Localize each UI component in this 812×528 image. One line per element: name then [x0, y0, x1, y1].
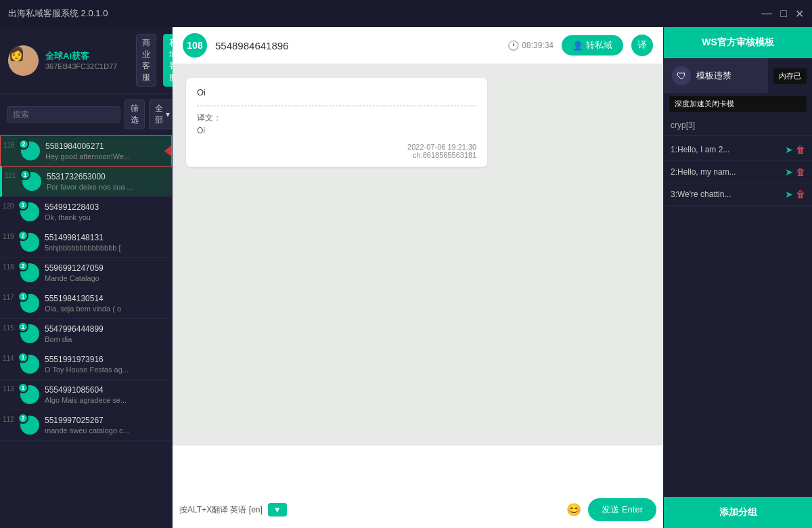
- chat-num-badge: 108: [183, 33, 207, 58]
- contact-item[interactable]: 120 1 554991228403 Ok, thank you: [0, 197, 172, 227]
- contact-info: 5514998148131 5nhjbbbbbbbbbbbbbb [: [45, 233, 165, 252]
- shield-icon: 🛡: [672, 66, 691, 85]
- contact-item[interactable]: 114 1 5551991973916 O Toy House Festas a…: [0, 349, 172, 380]
- contact-item[interactable]: 119 2 5514998148131 5nhjbbbbbbbbbbbbbb [: [0, 227, 172, 258]
- chat-area: 108 5548984641896 🕐 08:39:34 👤 转私域 译 Oi …: [173, 27, 663, 528]
- contact-item[interactable]: 112 2 5519997025267 mande sweu catalogo …: [0, 410, 172, 441]
- template-send-button[interactable]: ➤: [785, 144, 793, 155]
- unread-badge: 1: [18, 352, 28, 363]
- unread-badge: 1: [18, 291, 28, 302]
- template-violation-label: 模板违禁: [696, 70, 731, 82]
- chat-time: 🕐 08:39:34: [508, 40, 554, 51]
- avatar: 👩: [8, 45, 39, 76]
- template-send-button[interactable]: ➤: [785, 167, 793, 177]
- all-dropdown[interactable]: 全部 ▾: [149, 100, 176, 129]
- contact-badge: 1: [20, 202, 39, 221]
- message-meta: 2022-07-06 19:21:30 ch:8618565563181: [197, 143, 476, 159]
- maximize-button[interactable]: □: [780, 7, 787, 20]
- contact-phone: 554991228403: [45, 202, 165, 212]
- template-delete-button[interactable]: 🗑: [796, 167, 805, 177]
- profile-id: 367EB43FC32C1D77: [45, 62, 117, 70]
- window-controls: — □ ✕: [761, 7, 804, 20]
- left-sidebar: 👩 全球Ai获客 367EB43FC32C1D77 商业客服 私域客服 筛选 全…: [0, 27, 173, 528]
- seq-label: 120: [3, 202, 14, 210]
- template-text: 2:Hello, my nam...: [671, 167, 780, 177]
- template-actions: ➤ 🗑: [785, 144, 805, 155]
- contact-preview: Hey good afternoon!We...: [45, 152, 164, 160]
- translate-button[interactable]: 译: [631, 35, 653, 56]
- contact-item[interactable]: 115 1 5547996444899 Bom dia: [0, 319, 172, 349]
- unread-badge: 1: [18, 322, 28, 332]
- chat-phone: 5548984641896: [215, 40, 499, 51]
- clock-icon: 🕐: [508, 40, 519, 51]
- template-delete-button[interactable]: 🗑: [796, 144, 805, 155]
- translation-label: 译文：: [197, 113, 221, 123]
- contact-badge: 1: [20, 294, 39, 313]
- chat-input[interactable]: [179, 452, 656, 493]
- message-translation: 译文： Oi: [197, 112, 476, 137]
- template-delete-button[interactable]: 🗑: [796, 189, 805, 200]
- cryp-section: cryp[3]: [664, 114, 812, 136]
- contact-item[interactable]: 118 2 5596991247059 Mande Catalago: [0, 258, 172, 288]
- unread-badge: 2: [18, 261, 28, 271]
- contact-item[interactable]: 116 2 5581984006271 Hey good afternoon!W…: [0, 135, 172, 167]
- input-actions: 😊 发送 Enter: [566, 498, 656, 521]
- contact-phone: 5554991085604: [45, 385, 165, 395]
- unread-badge: 1: [20, 169, 30, 180]
- template-actions: ➤ 🗑: [785, 167, 805, 177]
- contact-info: 5596991247059 Mande Catalago: [45, 263, 165, 282]
- emoji-button[interactable]: 😊: [566, 502, 581, 517]
- contact-item[interactable]: 113 1 5554991085604 Algo Mais agradece s…: [0, 380, 172, 410]
- template-send-button[interactable]: ➤: [785, 189, 793, 200]
- add-group-button[interactable]: 添加分组: [664, 497, 812, 528]
- template-actions: ➤ 🗑: [785, 189, 805, 200]
- contact-phone: 5514998148131: [45, 233, 165, 242]
- unread-badge: 1: [18, 382, 28, 393]
- contact-badge: 2: [21, 141, 40, 160]
- transfer-label: 转私域: [586, 39, 612, 51]
- contact-badge: 2: [20, 416, 39, 435]
- seq-label: 117: [3, 294, 14, 301]
- tooltip: 深度加速关闭卡模: [669, 96, 807, 112]
- ws-template-button[interactable]: WS官方审核模板: [664, 27, 812, 58]
- translate-arrow-button[interactable]: ▼: [268, 503, 287, 516]
- contact-phone: 5551991973916: [45, 355, 165, 364]
- contact-badge: 2: [20, 233, 39, 252]
- unread-badge: 1: [18, 200, 28, 211]
- filter-button[interactable]: 筛选: [125, 100, 145, 129]
- contact-preview: O Toy House Festas ag...: [45, 366, 165, 374]
- unread-badge: 2: [18, 413, 28, 424]
- template-violation-button[interactable]: 🛡 模板违禁: [664, 58, 768, 93]
- contact-info: 5551991973916 O Toy House Festas ag...: [45, 355, 165, 374]
- all-label: 全部: [155, 103, 163, 126]
- contact-preview: Oia, seja bem vinda ( o: [45, 305, 165, 313]
- chat-messages: Oi 译文： Oi 2022-07-06 19:21:30 ch:8618565…: [173, 64, 663, 445]
- contact-preview: Ok, thank you: [45, 213, 165, 221]
- stored-label: 内存已: [773, 68, 807, 84]
- commercial-service-button[interactable]: 商业客服: [136, 34, 156, 87]
- seq-label: 116: [3, 141, 15, 149]
- chat-header: 108 5548984641896 🕐 08:39:34 👤 转私域 译: [173, 27, 663, 64]
- template-text: 3:We're chattin...: [671, 190, 780, 199]
- contact-phone: 5551984130514: [45, 294, 165, 303]
- template-text: 1:Hello, I am 2...: [671, 145, 780, 154]
- transfer-button[interactable]: 👤 转私域: [562, 35, 623, 56]
- contact-badge: 1: [20, 385, 39, 404]
- contact-info: 5551984130514 Oia, seja bem vinda ( o: [45, 294, 165, 313]
- minimize-button[interactable]: —: [761, 7, 772, 20]
- search-bar: 筛选 全部 ▾: [0, 94, 172, 135]
- contact-info: 5531732653000 Por favor deixe nos sua ..…: [47, 172, 165, 191]
- send-button[interactable]: 发送 Enter: [588, 498, 656, 521]
- message-channel: ch:8618565563181: [413, 151, 476, 159]
- red-arrow-icon: [164, 146, 171, 156]
- contact-preview: Mande Catalago: [45, 274, 165, 282]
- template-item: 2:Hello, my nam... ➤ 🗑: [664, 161, 812, 183]
- translate-bar: 按ALT+X翻译 英语 [en] ▼: [179, 503, 287, 516]
- search-input[interactable]: [7, 106, 120, 123]
- contact-item[interactable]: 121 1 5531732653000 Por favor deixe nos …: [0, 167, 172, 197]
- close-button[interactable]: ✕: [795, 7, 804, 20]
- contact-info: 5554991085604 Algo Mais agradece se...: [45, 385, 165, 404]
- contact-badge: 2: [20, 263, 39, 282]
- contact-item[interactable]: 117 1 5551984130514 Oia, seja bem vinda …: [0, 288, 172, 319]
- contact-badge: 1: [22, 172, 41, 191]
